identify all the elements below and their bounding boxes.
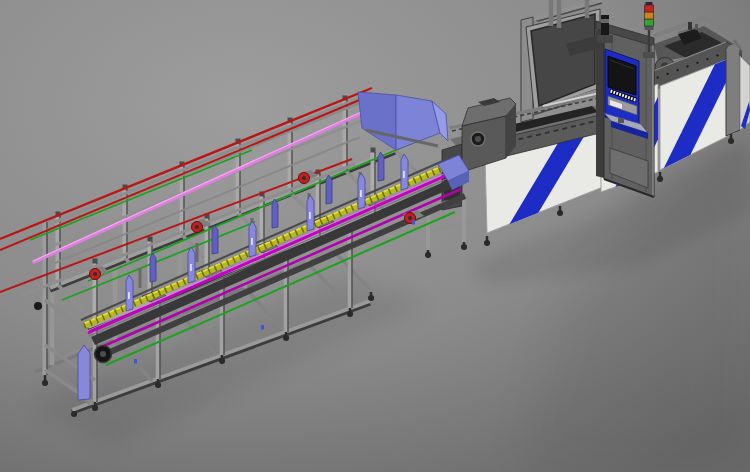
back-plate (326, 175, 332, 204)
tray-item (618, 118, 624, 123)
chuck-bore-center (475, 136, 481, 142)
clamp-motor-hub (93, 272, 97, 276)
back-plate (272, 199, 278, 228)
rear-cylinder-1 (688, 22, 692, 30)
signal-light-red (645, 5, 654, 12)
plate-slot (128, 292, 130, 299)
control-column (596, 21, 654, 197)
plate-slot (403, 171, 405, 178)
sensor-base (597, 35, 613, 43)
signal-light-green (645, 19, 654, 26)
drive-motor-hub (100, 351, 106, 357)
signal-tower-base (645, 26, 654, 30)
clamp-motor-hub (195, 225, 199, 229)
clamp-motor-hub (408, 216, 412, 220)
signal-tower-cap (646, 2, 653, 5)
corner-post-round (727, 45, 740, 58)
end-guide-plate (78, 345, 90, 400)
rear-cylinder-2 (695, 24, 698, 30)
back-plate (212, 225, 218, 254)
plate-slot (309, 212, 311, 219)
signal-light-amber (645, 12, 654, 19)
plate-slot (190, 264, 192, 271)
sensor-cylinder (601, 15, 609, 37)
cad-viewport (0, 0, 750, 472)
end-knob (34, 302, 42, 310)
valve-dot (261, 325, 264, 330)
plate-slot (251, 238, 253, 245)
column-side-face (596, 28, 604, 178)
back-plate (378, 152, 384, 181)
corner-post (726, 48, 740, 136)
valve-dot (134, 359, 137, 364)
plate-slot (360, 190, 362, 197)
signal-tower-mount (643, 52, 655, 58)
machine-render (0, 0, 750, 472)
valve-dot (412, 220, 415, 225)
back-plate (150, 253, 156, 282)
clamp-motor-hub (302, 176, 306, 180)
sensor-band (601, 19, 609, 23)
